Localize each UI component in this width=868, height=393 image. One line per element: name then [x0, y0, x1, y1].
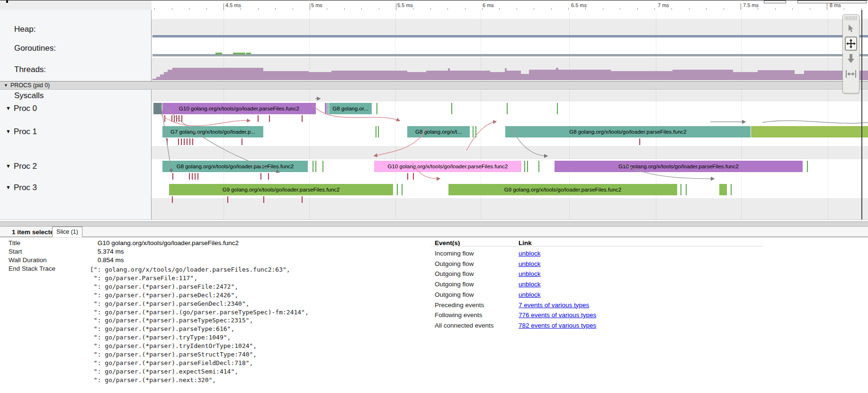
event-link[interactable]: 782 events of various types: [519, 322, 596, 329]
slice-g10-proc2[interactable]: G10 golang.org/x/tools/go/loader.parseFi…: [374, 161, 521, 172]
green-event-tick[interactable]: [397, 184, 398, 195]
stack-trace-line: ": go/parser.(*parser).(go/parser.parseT…: [90, 309, 309, 316]
zoom-tool-button[interactable]: [845, 52, 857, 66]
timing-range-icon: [846, 70, 856, 78]
slice-g8-proc1[interactable]: G8 golang.org/x/t...: [407, 126, 470, 137]
green-event-tick[interactable]: [527, 161, 528, 172]
green-event-tick[interactable]: [315, 161, 316, 172]
select-tool-button[interactable]: [845, 21, 857, 36]
green-event-tick[interactable]: [313, 161, 313, 172]
panel-splitter[interactable]: [0, 221, 868, 227]
green-event-tick[interactable]: [538, 161, 539, 172]
slice-g7-proc1[interactable]: G7 golang.org/x/tools/go/loader.p...: [162, 126, 263, 137]
procs-section-header[interactable]: ▼PROCS (pid 0): [0, 81, 868, 90]
collapse-triangle-icon: ▼: [4, 83, 8, 88]
event-link[interactable]: unblock: [519, 291, 541, 298]
stack-trace-line: ": go/parser.(*parser).parseType:616",: [90, 325, 234, 332]
sample-tick: [302, 196, 303, 203]
sample-tick: [189, 138, 190, 145]
track-band: [152, 90, 868, 101]
track-band: [152, 58, 868, 81]
collapse-triangle-icon[interactable]: ▼: [6, 184, 11, 190]
sample-tick: [178, 138, 179, 145]
green-event-tick[interactable]: [378, 126, 379, 137]
slice-g8-proc2[interactable]: G8 golang.org/x/tools/go/loader.parseFil…: [162, 161, 308, 172]
proc-label-text: Proc 2: [14, 162, 37, 171]
slice-g10-proc0[interactable]: G10 golang.org/x/tools/go/loader.parseFi…: [162, 103, 316, 114]
sample-tick: [172, 196, 173, 203]
green-event-tick[interactable]: [524, 161, 525, 172]
slice-small-proc0[interactable]: [327, 103, 329, 114]
proc-label-1[interactable]: ▼Proc 1: [6, 127, 37, 137]
event-link[interactable]: 776 events of various types: [519, 311, 596, 319]
green-event-tick[interactable]: [402, 184, 403, 195]
event-link[interactable]: unblock: [519, 260, 541, 267]
stats-row-label-1: Goroutines:: [14, 44, 56, 53]
tab-slice[interactable]: Slice (1): [52, 227, 82, 237]
ruler-tick-label-4: 6.5 ms: [571, 2, 587, 8]
slice-g8-proc0[interactable]: G8 golang.or...: [329, 103, 372, 114]
detail-field-label-start: Start: [9, 248, 22, 255]
green-event-tick[interactable]: [451, 103, 452, 114]
timing-tool-button[interactable]: [845, 67, 857, 81]
track-label-pane: Heap:Goroutines:Threads:Syscalls▼Proc 0▼…: [0, 10, 152, 219]
right-scrollbar-edge[interactable]: [861, 10, 862, 219]
goroutines-green-speck: [215, 53, 222, 55]
green-event-tick[interactable]: [475, 126, 476, 137]
selection-bar: [0, 227, 868, 237]
ruler-left-pane: [0, 0, 152, 10]
sample-tick: [164, 115, 165, 122]
timeline-canvas[interactable]: G10 golang.org/x/tools/go/loader.parseFi…: [152, 10, 868, 219]
top-scrollbar-part-1[interactable]: [797, 0, 867, 3]
heap-chart[interactable]: [152, 35, 868, 37]
slice-small-proc3[interactable]: [719, 184, 727, 195]
goroutines-chart[interactable]: [152, 54, 868, 56]
green-event-tick[interactable]: [376, 103, 377, 114]
proc-label-2[interactable]: ▼Proc 2: [6, 162, 37, 171]
green-event-tick[interactable]: [376, 126, 376, 137]
slice-g9-proc3[interactable]: G9 golang.org/x/tools/go/loader.parseFil…: [448, 184, 677, 195]
slice-small-proc0[interactable]: [153, 103, 162, 114]
event-link[interactable]: unblock: [519, 250, 541, 257]
event-link[interactable]: 7 events of various types: [519, 302, 589, 309]
proc-label-0[interactable]: ▼Proc 0: [6, 104, 37, 113]
top-scrollbar-part-0[interactable]: [764, 0, 786, 3]
ruler-major-tick: [310, 3, 310, 10]
green-event-tick[interactable]: [322, 161, 323, 172]
mode-toolbar: [842, 14, 859, 93]
stack-trace-line: ": go/parser.(*parser).next:320",: [90, 376, 216, 384]
stack-trace-line: ": go/parser.(*parser).parseGenDecl:2340…: [90, 300, 250, 307]
sample-tick: [260, 173, 261, 180]
proc-label-3[interactable]: ▼Proc 3: [6, 183, 37, 192]
sample-tick: [268, 173, 269, 180]
green-event-tick[interactable]: [686, 184, 687, 195]
collapse-triangle-icon[interactable]: ▼: [6, 105, 11, 111]
event-link[interactable]: unblock: [519, 270, 541, 277]
collapse-triangle-icon[interactable]: ▼: [6, 128, 11, 134]
green-event-tick[interactable]: [507, 103, 508, 114]
sample-tick: [407, 173, 408, 180]
slice-small-proc1[interactable]: [751, 126, 868, 137]
cursor-arrow-icon: [847, 24, 855, 33]
events-col-header: Event(s): [435, 239, 460, 247]
slice-g9-proc3[interactable]: G9 golang.org/x/tools/go/loader.parseFil…: [169, 184, 393, 195]
move-cross-icon: [846, 39, 856, 48]
goroutines-green-speck: [233, 53, 245, 55]
slice-small-proc0[interactable]: [325, 103, 327, 114]
link-col-header: Link: [519, 239, 532, 247]
stack-trace-line: ": go/parser.ParseFile:117",: [90, 274, 197, 282]
slice-g8-proc1[interactable]: G8 golang.org/x/tools/go/loader.parseFil…: [505, 126, 751, 137]
green-event-tick[interactable]: [473, 126, 474, 137]
green-event-tick[interactable]: [731, 184, 732, 195]
green-event-tick[interactable]: [680, 184, 681, 195]
stack-trace-line: ": go/parser.(*parser).parseStructType:7…: [90, 351, 257, 358]
stack-trace-line: ": go/parser.(*parser).parseDecl:2426",: [90, 292, 238, 299]
toolbar-grip-handle[interactable]: [845, 16, 857, 20]
slice-g10-proc2[interactable]: G10 golang.org/x/tools/go/loader.parseFi…: [555, 161, 803, 172]
pan-tool-button[interactable]: [845, 37, 857, 51]
green-event-tick[interactable]: [807, 161, 808, 172]
green-event-tick[interactable]: [557, 103, 558, 114]
gridline: [395, 10, 396, 219]
event-link[interactable]: unblock: [519, 281, 541, 288]
collapse-triangle-icon[interactable]: ▼: [6, 163, 11, 169]
